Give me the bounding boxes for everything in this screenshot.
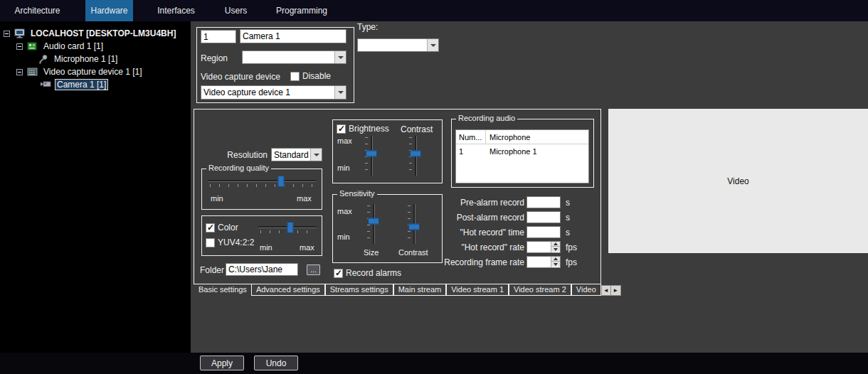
recording-quality-max-label: max bbox=[297, 194, 312, 203]
brightness-max-label: max bbox=[337, 137, 352, 145]
video-preview-label: Video bbox=[727, 176, 748, 186]
slider-thumb[interactable] bbox=[366, 151, 377, 157]
color-slider[interactable] bbox=[258, 223, 317, 235]
sensitivity-contrast-slider[interactable] bbox=[407, 204, 420, 244]
sensitivity-size-slider[interactable] bbox=[366, 204, 379, 244]
hot-record-rate-spinner[interactable] bbox=[526, 241, 561, 253]
brightness-checkbox[interactable]: Brightness bbox=[337, 124, 389, 134]
sensitivity-max-label: max bbox=[337, 207, 352, 215]
recording-audio-table: Num... Microphone 1 Microphone 1 bbox=[455, 129, 589, 183]
color-checkbox[interactable]: Color bbox=[206, 223, 238, 233]
tab-streams-settings[interactable]: Streams settings bbox=[325, 284, 393, 296]
spinner-buttons bbox=[551, 242, 560, 252]
brightness-slider[interactable] bbox=[364, 136, 377, 176]
hot-record-rate-unit: fps bbox=[566, 242, 577, 252]
chevron-down-icon bbox=[334, 86, 346, 99]
pre-alarm-record-unit: s bbox=[566, 198, 570, 208]
hot-record-rate-input[interactable] bbox=[527, 242, 551, 252]
spin-down-icon[interactable] bbox=[551, 262, 560, 267]
tree-item-localhost[interactable]: LOCALHOST [DESKTOP-LM3U4BH] bbox=[0, 27, 191, 40]
tab-advanced-settings[interactable]: Advanced settings bbox=[251, 284, 325, 296]
tab-video-stream-2[interactable]: Video stream 2 bbox=[509, 284, 571, 296]
yuv-checkbox[interactable]: YUV4:2:2 bbox=[206, 237, 254, 247]
record-alarms-checkbox[interactable]: Record alarms bbox=[334, 268, 401, 278]
slider-thumb[interactable] bbox=[408, 224, 420, 230]
slider-thumb[interactable] bbox=[410, 151, 421, 157]
undo-button[interactable]: Undo bbox=[254, 356, 298, 370]
tree-item-microphone[interactable]: Microphone 1 [1] bbox=[0, 53, 191, 65]
tree-item-label: Camera 1 [1] bbox=[55, 79, 108, 90]
checkbox-box bbox=[337, 124, 346, 134]
hot-record-time-input[interactable] bbox=[526, 226, 561, 238]
footer-bar: Apply Undo bbox=[0, 353, 868, 374]
folder-label: Folder bbox=[200, 265, 224, 275]
region-label: Region bbox=[201, 53, 228, 63]
spinner-buttons bbox=[551, 257, 560, 267]
table-row[interactable]: 1 Microphone 1 bbox=[456, 144, 588, 159]
post-alarm-record-input[interactable] bbox=[526, 211, 561, 223]
device-number-input[interactable] bbox=[201, 30, 236, 43]
sensitivity-title: Sensitivity bbox=[337, 189, 377, 198]
tree-item-video-capture-device[interactable]: Video capture device 1 [1] bbox=[0, 65, 191, 78]
settings-tabstrip: Basic settings Advanced settings Streams… bbox=[194, 284, 621, 296]
slider-thumb[interactable] bbox=[368, 218, 379, 224]
column-header-num: Num... bbox=[456, 130, 486, 144]
region-select-value bbox=[243, 51, 334, 63]
menu-interfaces[interactable]: Interfaces bbox=[149, 0, 203, 21]
pre-alarm-record-input[interactable] bbox=[526, 196, 561, 208]
contrast-label: Contrast bbox=[401, 124, 433, 134]
tab-main-stream[interactable]: Main stream bbox=[393, 284, 447, 296]
video-capture-device-select[interactable]: Video capture device 1 bbox=[201, 85, 346, 100]
spin-up-icon[interactable] bbox=[551, 257, 560, 262]
disable-checkbox[interactable]: Disable bbox=[290, 71, 331, 81]
device-name-input[interactable] bbox=[240, 29, 346, 43]
spin-up-icon[interactable] bbox=[551, 242, 560, 247]
tree-item-camera[interactable]: Camera 1 [1] bbox=[0, 78, 191, 91]
tab-scroll-left-icon[interactable]: ◄ bbox=[601, 285, 611, 296]
recording-frame-rate-label: Recording frame rate bbox=[443, 257, 524, 267]
collapse-toggle-icon[interactable] bbox=[16, 43, 23, 50]
checkbox-box bbox=[334, 269, 343, 278]
tree-item-audio-card[interactable]: Audio card 1 [1] bbox=[0, 40, 191, 53]
hot-record-time-label: "Hot record" time bbox=[443, 228, 524, 237]
menu-programming[interactable]: Programming bbox=[272, 0, 331, 21]
contrast-slider[interactable] bbox=[408, 136, 421, 176]
tab-video[interactable]: Video bbox=[571, 284, 601, 296]
menu-bar: Architecture Hardware Interfaces Users P… bbox=[0, 0, 868, 21]
slider-thumb[interactable] bbox=[278, 176, 285, 187]
tab-video-stream-1[interactable]: Video stream 1 bbox=[446, 284, 509, 296]
type-label: Type: bbox=[357, 22, 378, 32]
sensitivity-min-label: min bbox=[337, 233, 350, 241]
region-select[interactable] bbox=[242, 50, 346, 64]
apply-button[interactable]: Apply bbox=[200, 356, 244, 370]
recording-quality-title: Recording quality bbox=[206, 164, 271, 172]
pre-alarm-record-label: Pre-alarm record bbox=[443, 198, 524, 208]
tree-item-label: Audio card 1 [1] bbox=[42, 41, 105, 51]
recording-quality-slider[interactable] bbox=[208, 177, 316, 188]
table-header: Num... Microphone bbox=[456, 130, 588, 144]
spin-down-icon[interactable] bbox=[551, 247, 560, 252]
menu-hardware[interactable]: Hardware bbox=[85, 0, 133, 21]
menu-architecture[interactable]: Architecture bbox=[7, 0, 68, 21]
recording-frame-rate-unit: fps bbox=[566, 257, 577, 267]
recording-frame-rate-spinner[interactable] bbox=[526, 256, 561, 268]
folder-input[interactable] bbox=[226, 263, 298, 276]
resolution-select-value: Standard bbox=[272, 149, 310, 161]
disable-checkbox-label: Disable bbox=[302, 71, 331, 81]
type-select[interactable] bbox=[357, 38, 439, 52]
hot-record-rate-label: "Hot record" rate bbox=[443, 242, 524, 252]
recording-quality-min-label: min bbox=[211, 194, 223, 203]
menu-users[interactable]: Users bbox=[216, 0, 256, 21]
resolution-select[interactable]: Standard bbox=[271, 148, 322, 161]
folder-browse-button[interactable]: ... bbox=[307, 265, 320, 275]
video-capture-device-label: Video capture device bbox=[201, 72, 280, 82]
slider-thumb[interactable] bbox=[287, 222, 294, 233]
brightness-checkbox-label: Brightness bbox=[349, 124, 389, 134]
collapse-toggle-icon[interactable] bbox=[16, 69, 23, 75]
column-header-microphone: Microphone bbox=[486, 130, 588, 144]
tab-scroll-right-icon[interactable]: ► bbox=[611, 285, 621, 296]
collapse-toggle-icon[interactable] bbox=[4, 31, 10, 37]
color-slider-max-label: max bbox=[300, 243, 314, 252]
recording-frame-rate-input[interactable] bbox=[527, 257, 551, 267]
tab-basic-settings[interactable]: Basic settings bbox=[194, 284, 251, 296]
